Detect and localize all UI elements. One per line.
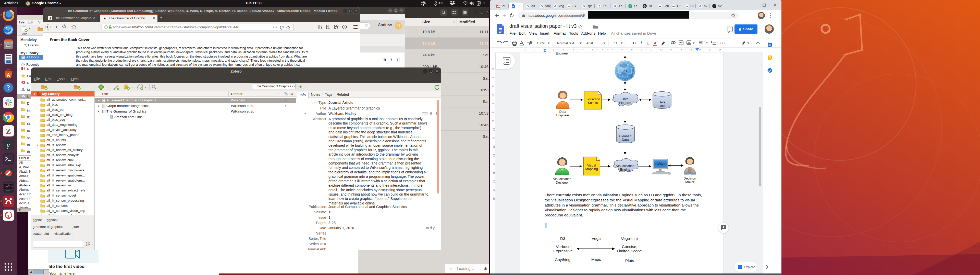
svg-text:A: A xyxy=(7,73,10,77)
svg-text:Designer: Designer xyxy=(555,180,569,184)
svg-text:100%: 100% xyxy=(537,41,546,45)
svg-text:?: ? xyxy=(7,84,10,91)
svg-text:Visualisation: Visualisation xyxy=(616,164,635,168)
svg-text:S: S xyxy=(344,26,345,28)
svg-text:Mapping: Mapping xyxy=(585,167,598,171)
svg-text:Visualisation: Visualisation xyxy=(553,177,571,181)
svg-text:I: I xyxy=(640,41,642,45)
svg-text:31: 31 xyxy=(768,44,771,46)
svg-text:Data: Data xyxy=(622,138,629,142)
svg-text:Arial: Arial xyxy=(586,41,593,45)
svg-text:IoT: IoT xyxy=(623,69,628,73)
svg-text:Data: Data xyxy=(559,110,566,114)
svg-text:Z: Z xyxy=(6,127,11,135)
svg-text:Normal text: Normal text xyxy=(557,41,574,45)
svg-text:Extraction: Extraction xyxy=(586,97,600,101)
svg-text:Scripts: Scripts xyxy=(588,101,598,105)
svg-text:U: U xyxy=(647,41,649,45)
svg-text:Decision: Decision xyxy=(683,177,696,180)
svg-text:B: B xyxy=(633,41,636,45)
svg-text:Maker: Maker xyxy=(685,180,694,184)
svg-text:Engine: Engine xyxy=(620,168,630,171)
svg-text:Lake: Lake xyxy=(659,104,666,108)
svg-text:Visual: Visual xyxy=(587,163,596,167)
svg-text:Data: Data xyxy=(659,100,666,104)
svg-text:Platform: Platform xyxy=(619,101,631,105)
svg-text:11: 11 xyxy=(614,41,617,45)
svg-text:Vis.: Vis. xyxy=(657,162,663,166)
svg-text:a: a xyxy=(49,16,51,19)
svg-text:Cleaned: Cleaned xyxy=(619,134,632,138)
svg-text:a: a xyxy=(104,17,106,20)
svg-text:A: A xyxy=(654,41,656,45)
svg-text:Engineer: Engineer xyxy=(555,51,569,55)
svg-text:Data: Data xyxy=(621,97,628,101)
svg-text:γ: γ xyxy=(6,141,10,149)
svg-text:Engineer: Engineer xyxy=(556,113,570,117)
